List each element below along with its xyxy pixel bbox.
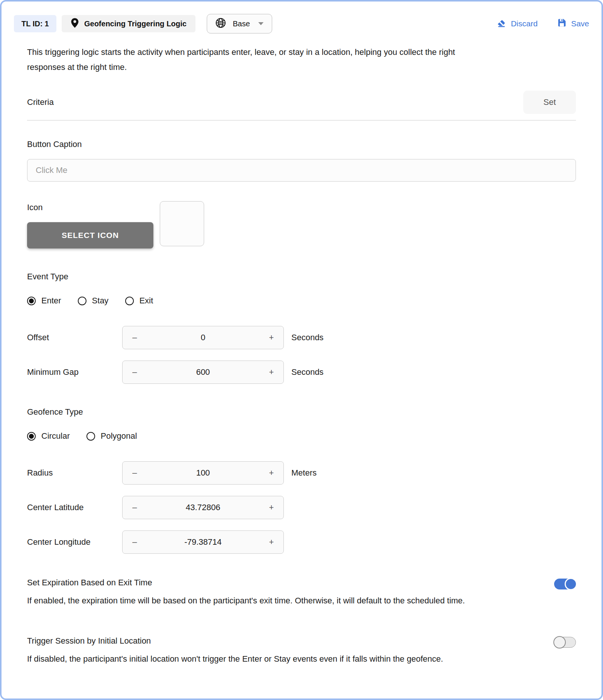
discard-button[interactable]: Discard	[497, 18, 538, 30]
radio-option-polygonal[interactable]: Polygonal	[86, 431, 137, 441]
radio-icon	[27, 432, 36, 441]
initial-location-toggle-section: Trigger Session by Initial Location If d…	[27, 636, 576, 667]
radius-value[interactable]: 100	[147, 468, 259, 478]
center-latitude-value[interactable]: 43.72806	[147, 503, 259, 512]
radio-option-circular[interactable]: Circular	[27, 431, 70, 441]
decrement-button[interactable]: –	[123, 503, 147, 512]
toggle-thumb	[565, 578, 577, 590]
center-longitude-label: Center Longitude	[27, 537, 122, 547]
triggering-logic-type-label: Geofencing Triggering Logic	[84, 20, 186, 28]
offset-value[interactable]: 0	[147, 333, 259, 342]
button-caption-input[interactable]	[27, 159, 576, 182]
language-selector[interactable]: Base	[207, 14, 272, 33]
radio-option-exit[interactable]: Exit	[125, 296, 153, 306]
initial-location-toggle-header: Trigger Session by Initial Location	[27, 636, 576, 648]
offset-stepper: – 0 +	[122, 326, 284, 349]
minimum-gap-row: Minimum Gap – 600 + Seconds	[27, 361, 576, 384]
initial-location-toggle-label: Trigger Session by Initial Location	[27, 636, 151, 646]
toggle-thumb	[553, 636, 566, 648]
initial-location-toggle-switch[interactable]	[554, 637, 576, 648]
decrement-button[interactable]: –	[123, 333, 147, 342]
tl-id-badge: TL ID: 1	[14, 15, 56, 32]
triggering-logic-type-pill: Geofencing Triggering Logic	[62, 15, 195, 32]
radio-option-stay[interactable]: Stay	[78, 296, 109, 306]
criteria-set-button[interactable]: Set	[523, 91, 576, 114]
expiration-toggle-switch[interactable]	[554, 579, 576, 589]
tl-id-label: TL ID: 1	[21, 20, 49, 28]
expiration-toggle-header: Set Expiration Based on Exit Time	[27, 578, 576, 589]
expiration-toggle-section: Set Expiration Based on Exit Time If ena…	[27, 578, 576, 608]
event-type-radio-group: Enter Stay Exit	[27, 296, 576, 306]
eraser-icon	[497, 18, 506, 30]
initial-location-toggle-description: If disabled, the participant's initial l…	[27, 652, 535, 667]
language-selected-label: Base	[233, 20, 250, 28]
increment-button[interactable]: +	[259, 367, 283, 377]
center-longitude-stepper: – -79.38714 +	[122, 530, 284, 554]
radius-label: Radius	[27, 468, 122, 478]
radio-icon	[125, 297, 134, 305]
geofence-type-radio-group: Circular Polygonal	[27, 431, 576, 441]
minimum-gap-unit: Seconds	[291, 367, 324, 377]
decrement-button[interactable]: –	[123, 537, 147, 547]
increment-button[interactable]: +	[259, 503, 283, 512]
minimum-gap-label: Minimum Gap	[27, 367, 122, 377]
triggering-logic-description: This triggering logic starts the activit…	[27, 45, 463, 75]
geofencing-triggering-logic-panel: TL ID: 1 Geofencing Triggering Logic	[0, 0, 603, 700]
save-floppy-icon	[557, 18, 567, 29]
center-latitude-stepper: – 43.72806 +	[122, 496, 284, 519]
radio-icon	[86, 432, 95, 441]
expiration-toggle-label: Set Expiration Based on Exit Time	[27, 578, 152, 588]
discard-label: Discard	[511, 19, 538, 28]
offset-row: Offset – 0 + Seconds	[27, 326, 576, 349]
criteria-label: Criteria	[27, 97, 54, 107]
radius-stepper: – 100 +	[122, 461, 284, 485]
decrement-button[interactable]: –	[123, 468, 147, 478]
select-icon-button[interactable]: SELECT ICON	[27, 222, 153, 248]
expiration-toggle-description: If enabled, the expiration time will be …	[27, 593, 535, 608]
header-left-group: TL ID: 1 Geofencing Triggering Logic	[14, 14, 272, 33]
offset-label: Offset	[27, 333, 122, 342]
offset-unit: Seconds	[291, 333, 324, 342]
center-latitude-label: Center Latitude	[27, 503, 122, 512]
save-label: Save	[571, 19, 589, 28]
button-caption-label: Button Caption	[27, 139, 576, 149]
globe-icon	[215, 18, 226, 30]
minimum-gap-value[interactable]: 600	[147, 367, 259, 377]
criteria-row: Criteria Set	[27, 91, 576, 114]
decrement-button[interactable]: –	[123, 367, 147, 377]
radius-unit: Meters	[291, 468, 317, 478]
event-type-label: Event Type	[27, 272, 576, 282]
increment-button[interactable]: +	[259, 468, 283, 478]
geofence-type-label: Geofence Type	[27, 407, 576, 417]
location-pin-icon	[71, 18, 79, 30]
icon-label: Icon	[27, 203, 576, 212]
center-longitude-value[interactable]: -79.38714	[147, 537, 259, 547]
increment-button[interactable]: +	[259, 537, 283, 547]
save-button[interactable]: Save	[557, 18, 589, 29]
icon-preview-box	[160, 201, 204, 246]
radio-option-enter[interactable]: Enter	[27, 296, 61, 306]
form-content: This triggering logic starts the activit…	[2, 45, 601, 667]
radius-row: Radius – 100 + Meters	[27, 461, 576, 485]
header-bar: TL ID: 1 Geofencing Triggering Logic	[14, 14, 589, 33]
radio-icon	[27, 297, 36, 305]
section-divider	[27, 120, 576, 121]
center-longitude-row: Center Longitude – -79.38714 +	[27, 530, 576, 554]
radio-icon	[78, 297, 86, 305]
header-actions: Discard Save	[497, 18, 589, 30]
icon-section: Icon SELECT ICON	[27, 203, 576, 248]
chevron-down-icon	[258, 22, 264, 25]
minimum-gap-stepper: – 600 +	[122, 361, 284, 384]
center-latitude-row: Center Latitude – 43.72806 +	[27, 496, 576, 519]
increment-button[interactable]: +	[259, 333, 283, 342]
